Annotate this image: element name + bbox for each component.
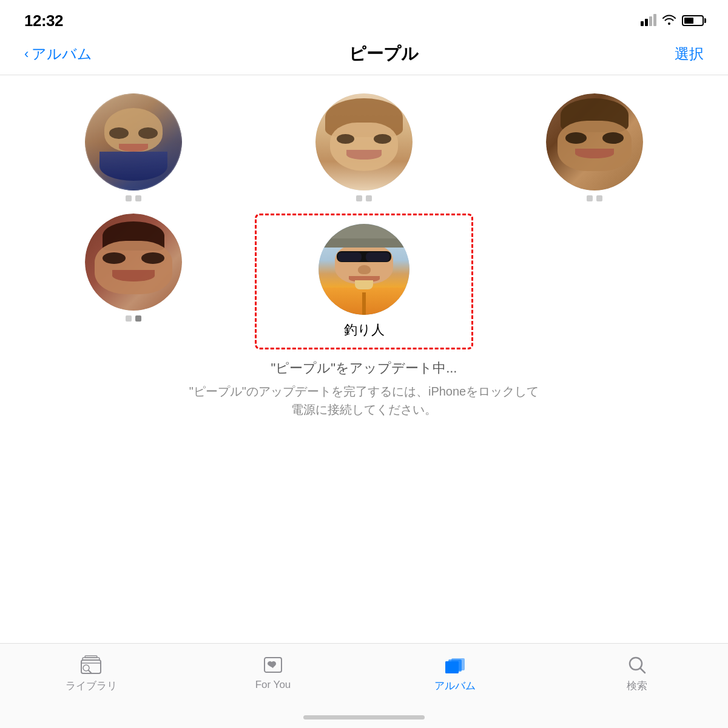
- tab-foryou[interactable]: For You: [243, 655, 303, 691]
- status-icons: [641, 14, 704, 28]
- empty-cell: [485, 214, 704, 349]
- status-title: "ピープル"をアップデート中...: [49, 359, 679, 377]
- person-avatar: [85, 214, 182, 311]
- tab-albums[interactable]: アルバム: [425, 655, 485, 693]
- person-dots: [126, 195, 141, 201]
- library-icon: [79, 655, 103, 675]
- search-icon: [625, 655, 649, 675]
- person-item[interactable]: [255, 93, 473, 201]
- tab-library-label: ライブラリ: [66, 679, 117, 693]
- wifi-icon: [662, 14, 676, 28]
- back-chevron-icon: ‹: [24, 46, 29, 62]
- tab-foryou-label: For You: [255, 679, 291, 691]
- person-avatar: [315, 93, 413, 190]
- tab-search-label: 検索: [627, 679, 647, 693]
- select-button[interactable]: 選択: [675, 44, 704, 64]
- status-bar: 12:32: [0, 0, 728, 36]
- battery-icon: [682, 15, 704, 26]
- fisherman-avatar: ♡: [318, 224, 410, 315]
- signal-icon: [641, 15, 656, 26]
- svg-rect-0: [81, 660, 101, 673]
- content-area: ♡ 釣り人 "ピープル"をアップデート中... "ピープル"のアップデートを完了…: [0, 75, 728, 419]
- person-avatar: [546, 93, 643, 190]
- status-description: "ピープル"のアップデートを完了するには、iPhoneをロックして電源に接続して…: [49, 382, 679, 419]
- tab-albums-label: アルバム: [434, 679, 476, 693]
- status-time: 12:32: [24, 12, 63, 30]
- foryou-icon: [261, 655, 285, 675]
- status-message: "ピープル"をアップデート中... "ピープル"のアップデートを完了するには、i…: [24, 359, 704, 419]
- person-item[interactable]: [24, 214, 243, 349]
- home-indicator: [303, 715, 425, 720]
- page-title: ピープル: [349, 42, 419, 66]
- people-grid-row1: [24, 93, 704, 201]
- albums-icon: [443, 655, 467, 675]
- people-grid-row2: ♡ 釣り人: [24, 214, 704, 349]
- svg-rect-8: [445, 661, 459, 673]
- nav-bar: ‹ アルバム ピープル 選択: [0, 36, 728, 75]
- person-item[interactable]: [485, 93, 704, 201]
- person-avatar: [85, 93, 182, 190]
- svg-point-9: [630, 658, 642, 670]
- person-dots: [356, 195, 372, 201]
- tab-library[interactable]: ライブラリ: [61, 655, 121, 693]
- person-item[interactable]: [24, 93, 243, 201]
- person-name: 釣り人: [344, 321, 385, 339]
- dashed-highlight-box: ♡ 釣り人: [255, 214, 473, 349]
- back-button[interactable]: ‹ アルバム: [24, 44, 92, 64]
- person-dots: [587, 195, 602, 201]
- tab-search[interactable]: 検索: [607, 655, 667, 693]
- person-dots: [126, 315, 141, 322]
- svg-rect-2: [85, 656, 97, 658]
- highlighted-person[interactable]: ♡ 釣り人: [255, 214, 473, 349]
- back-label: アルバム: [32, 44, 92, 64]
